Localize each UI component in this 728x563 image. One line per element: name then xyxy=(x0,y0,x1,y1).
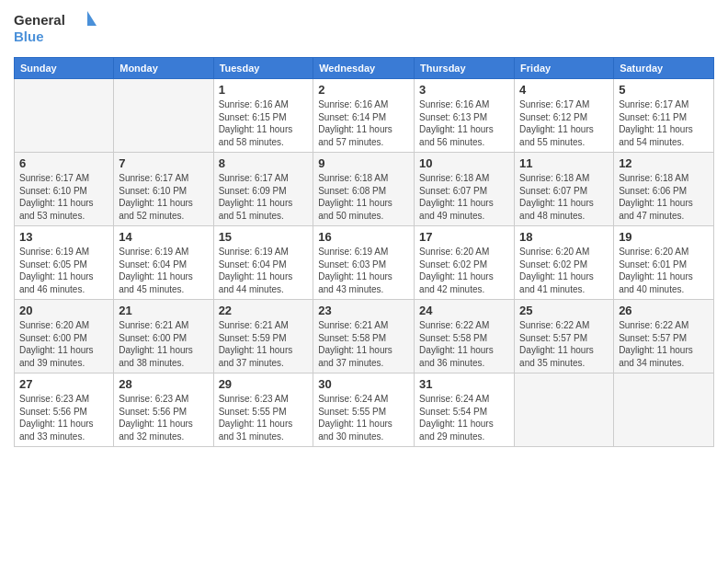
day-number: 28 xyxy=(119,377,208,391)
day-info: Sunrise: 6:16 AMSunset: 6:15 PMDaylight:… xyxy=(219,98,309,148)
day-info: Sunrise: 6:19 AMSunset: 6:04 PMDaylight:… xyxy=(119,246,208,295)
day-cell-3: 3Sunrise: 6:16 AMSunset: 6:13 PMDaylight… xyxy=(415,79,515,153)
day-cell-23: 23Sunrise: 6:21 AMSunset: 5:58 PMDayligh… xyxy=(313,300,415,373)
day-number: 21 xyxy=(119,304,208,317)
day-info: Sunrise: 6:24 AMSunset: 5:55 PMDaylight:… xyxy=(318,393,409,442)
day-info: Sunrise: 6:20 AMSunset: 6:01 PMDaylight:… xyxy=(619,246,709,295)
day-number: 9 xyxy=(318,156,409,170)
day-cell-25: 25Sunrise: 6:22 AMSunset: 5:57 PMDayligh… xyxy=(515,300,614,373)
day-info: Sunrise: 6:17 AMSunset: 6:09 PMDaylight:… xyxy=(219,172,309,222)
day-info: Sunrise: 6:22 AMSunset: 5:57 PMDaylight:… xyxy=(519,319,609,369)
day-info: Sunrise: 6:17 AMSunset: 6:11 PMDaylight:… xyxy=(619,98,709,148)
day-number: 1 xyxy=(219,83,309,97)
day-cell-17: 17Sunrise: 6:20 AMSunset: 6:02 PMDayligh… xyxy=(415,226,515,300)
logo: General Blue xyxy=(14,9,97,48)
day-cell-7: 7Sunrise: 6:17 AMSunset: 6:10 PMDaylight… xyxy=(114,153,213,226)
calendar-table: SundayMondayTuesdayWednesdayThursdayFrid… xyxy=(14,57,714,447)
day-number: 26 xyxy=(619,304,709,317)
empty-cell xyxy=(114,79,213,153)
day-cell-4: 4Sunrise: 6:17 AMSunset: 6:12 PMDaylight… xyxy=(515,79,614,153)
day-info: Sunrise: 6:21 AMSunset: 6:00 PMDaylight:… xyxy=(119,319,208,369)
day-cell-11: 11Sunrise: 6:18 AMSunset: 6:07 PMDayligh… xyxy=(515,153,614,226)
day-number: 24 xyxy=(419,304,509,317)
day-cell-6: 6Sunrise: 6:17 AMSunset: 6:10 PMDaylight… xyxy=(15,153,114,226)
day-info: Sunrise: 6:20 AMSunset: 6:02 PMDaylight:… xyxy=(519,246,609,295)
empty-cell xyxy=(15,79,114,153)
day-cell-30: 30Sunrise: 6:24 AMSunset: 5:55 PMDayligh… xyxy=(313,373,415,447)
empty-cell xyxy=(515,373,614,447)
day-info: Sunrise: 6:22 AMSunset: 5:58 PMDaylight:… xyxy=(419,319,509,369)
weekday-header-thursday: Thursday xyxy=(415,58,515,79)
day-number: 23 xyxy=(318,304,409,317)
day-number: 3 xyxy=(419,83,509,97)
day-number: 22 xyxy=(219,304,309,317)
day-number: 15 xyxy=(219,230,309,244)
empty-cell xyxy=(614,373,714,447)
day-cell-26: 26Sunrise: 6:22 AMSunset: 5:57 PMDayligh… xyxy=(614,300,714,373)
day-number: 16 xyxy=(318,230,409,244)
week-row-3: 13Sunrise: 6:19 AMSunset: 6:05 PMDayligh… xyxy=(15,226,714,300)
day-number: 4 xyxy=(519,83,609,97)
weekday-header-monday: Monday xyxy=(114,58,213,79)
day-number: 27 xyxy=(19,377,108,391)
day-number: 10 xyxy=(419,156,509,170)
day-info: Sunrise: 6:17 AMSunset: 6:12 PMDaylight:… xyxy=(519,98,609,148)
day-cell-13: 13Sunrise: 6:19 AMSunset: 6:05 PMDayligh… xyxy=(15,226,114,300)
day-cell-24: 24Sunrise: 6:22 AMSunset: 5:58 PMDayligh… xyxy=(415,300,515,373)
svg-text:General: General xyxy=(14,12,65,28)
day-info: Sunrise: 6:24 AMSunset: 5:54 PMDaylight:… xyxy=(419,393,509,442)
day-number: 29 xyxy=(219,377,309,391)
day-info: Sunrise: 6:18 AMSunset: 6:07 PMDaylight:… xyxy=(519,172,609,222)
day-info: Sunrise: 6:18 AMSunset: 6:07 PMDaylight:… xyxy=(419,172,509,222)
day-number: 31 xyxy=(419,377,509,391)
day-info: Sunrise: 6:18 AMSunset: 6:08 PMDaylight:… xyxy=(318,172,409,222)
week-row-2: 6Sunrise: 6:17 AMSunset: 6:10 PMDaylight… xyxy=(15,153,714,226)
day-info: Sunrise: 6:20 AMSunset: 6:02 PMDaylight:… xyxy=(419,246,509,295)
day-number: 6 xyxy=(19,156,108,170)
day-number: 13 xyxy=(19,230,108,244)
day-cell-2: 2Sunrise: 6:16 AMSunset: 6:14 PMDaylight… xyxy=(313,79,415,153)
day-info: Sunrise: 6:19 AMSunset: 6:05 PMDaylight:… xyxy=(19,246,108,295)
day-number: 30 xyxy=(318,377,409,391)
day-info: Sunrise: 6:17 AMSunset: 6:10 PMDaylight:… xyxy=(119,172,208,222)
day-number: 2 xyxy=(318,83,409,97)
day-cell-9: 9Sunrise: 6:18 AMSunset: 6:08 PMDaylight… xyxy=(313,153,415,226)
header: General Blue xyxy=(14,9,714,48)
day-info: Sunrise: 6:22 AMSunset: 5:57 PMDaylight:… xyxy=(619,319,709,369)
day-cell-19: 19Sunrise: 6:20 AMSunset: 6:01 PMDayligh… xyxy=(614,226,714,300)
weekday-header-sunday: Sunday xyxy=(15,58,114,79)
day-number: 12 xyxy=(619,156,709,170)
day-cell-22: 22Sunrise: 6:21 AMSunset: 5:59 PMDayligh… xyxy=(213,300,313,373)
day-cell-8: 8Sunrise: 6:17 AMSunset: 6:09 PMDaylight… xyxy=(213,153,313,226)
day-info: Sunrise: 6:16 AMSunset: 6:14 PMDaylight:… xyxy=(318,98,409,148)
day-number: 7 xyxy=(119,156,208,170)
weekday-header-friday: Friday xyxy=(515,58,614,79)
day-info: Sunrise: 6:23 AMSunset: 5:56 PMDaylight:… xyxy=(19,393,108,442)
day-cell-28: 28Sunrise: 6:23 AMSunset: 5:56 PMDayligh… xyxy=(114,373,213,447)
week-row-4: 20Sunrise: 6:20 AMSunset: 6:00 PMDayligh… xyxy=(15,300,714,373)
day-cell-15: 15Sunrise: 6:19 AMSunset: 6:04 PMDayligh… xyxy=(213,226,313,300)
day-info: Sunrise: 6:23 AMSunset: 5:55 PMDaylight:… xyxy=(219,393,309,442)
day-info: Sunrise: 6:18 AMSunset: 6:06 PMDaylight:… xyxy=(619,172,709,222)
day-info: Sunrise: 6:21 AMSunset: 5:58 PMDaylight:… xyxy=(318,319,409,369)
day-info: Sunrise: 6:19 AMSunset: 6:03 PMDaylight:… xyxy=(318,246,409,295)
page: General Blue SundayMondayTuesdayWednesda… xyxy=(0,0,728,563)
svg-text:Blue: Blue xyxy=(14,29,44,44)
weekday-header-row: SundayMondayTuesdayWednesdayThursdayFrid… xyxy=(15,58,714,79)
week-row-1: 1Sunrise: 6:16 AMSunset: 6:15 PMDaylight… xyxy=(15,79,714,153)
week-row-5: 27Sunrise: 6:23 AMSunset: 5:56 PMDayligh… xyxy=(15,373,714,447)
day-cell-27: 27Sunrise: 6:23 AMSunset: 5:56 PMDayligh… xyxy=(15,373,114,447)
day-cell-14: 14Sunrise: 6:19 AMSunset: 6:04 PMDayligh… xyxy=(114,226,213,300)
day-cell-1: 1Sunrise: 6:16 AMSunset: 6:15 PMDaylight… xyxy=(213,79,313,153)
day-cell-5: 5Sunrise: 6:17 AMSunset: 6:11 PMDaylight… xyxy=(614,79,714,153)
day-info: Sunrise: 6:19 AMSunset: 6:04 PMDaylight:… xyxy=(219,246,309,295)
day-cell-20: 20Sunrise: 6:20 AMSunset: 6:00 PMDayligh… xyxy=(15,300,114,373)
day-number: 8 xyxy=(219,156,309,170)
day-number: 25 xyxy=(519,304,609,317)
day-number: 17 xyxy=(419,230,509,244)
day-number: 5 xyxy=(619,83,709,97)
day-info: Sunrise: 6:23 AMSunset: 5:56 PMDaylight:… xyxy=(119,393,208,442)
day-info: Sunrise: 6:17 AMSunset: 6:10 PMDaylight:… xyxy=(19,172,108,222)
day-cell-12: 12Sunrise: 6:18 AMSunset: 6:06 PMDayligh… xyxy=(614,153,714,226)
day-number: 14 xyxy=(119,230,208,244)
